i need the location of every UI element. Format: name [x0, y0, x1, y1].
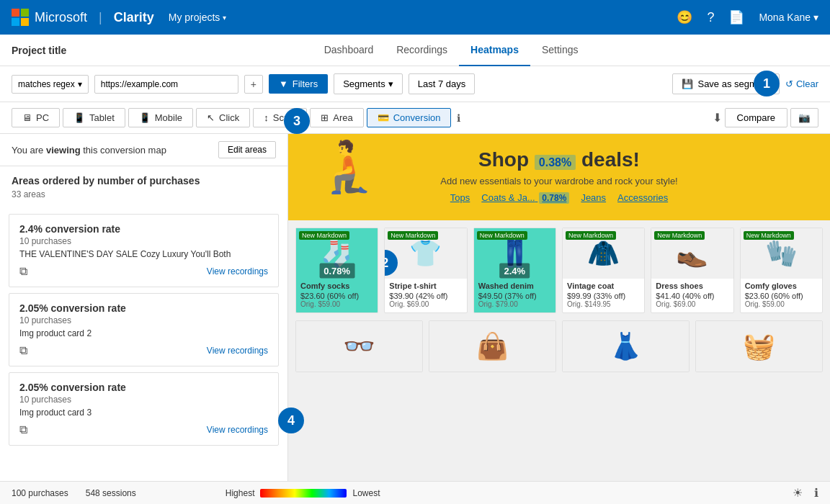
lowest-label: Lowest: [352, 488, 380, 498]
tablet-icon: 📱: [73, 112, 85, 123]
nav-divider: |: [99, 10, 102, 25]
regex-label: matches regex: [18, 79, 75, 89]
download-button[interactable]: ⬇: [713, 111, 722, 125]
product-card-gloves[interactable]: 🧤 New Markdown Comfy gloves $23.60 (60% …: [740, 228, 823, 313]
type-conversion-button[interactable]: 💳 Conversion: [367, 108, 452, 127]
date-filter-button[interactable]: Last 7 days: [409, 73, 476, 94]
banner-link-tops[interactable]: Tops: [450, 192, 470, 203]
product-name-denim: Washed denim: [478, 282, 551, 290]
type-mobile-button[interactable]: 📱 Mobile: [128, 108, 193, 127]
viewing-bar: You are viewing this conversion map Edit…: [0, 134, 287, 166]
copy-icon-2[interactable]: ⧉: [19, 344, 27, 357]
product-card-denim[interactable]: 👖 New Markdown Washed denim $49.50 (37% …: [473, 228, 556, 313]
product-price-tshirt: $39.90 (42% off): [389, 292, 462, 300]
click-icon: ↖: [207, 112, 215, 123]
type-tablet-button[interactable]: 📱 Tablet: [63, 108, 125, 127]
view-recordings-link-2[interactable]: View recordings: [207, 346, 268, 356]
product-orig-gloves: Orig. $59.00: [745, 300, 818, 308]
product-info-shoes: Dress shoes $41.40 (40% off) Orig. $69.0…: [651, 279, 733, 312]
mobile-label: Mobile: [155, 112, 182, 123]
banner-link-accessories[interactable]: Accessories: [617, 192, 668, 203]
segments-button[interactable]: Segments ▾: [334, 73, 403, 94]
product-card-glasses[interactable]: 👓: [295, 320, 423, 372]
copy-icon-3[interactable]: ⧉: [19, 423, 27, 436]
tab-settings[interactable]: Settings: [530, 35, 590, 66]
filters-button[interactable]: ▼ Filters: [269, 74, 328, 94]
sidebar-header: Areas ordered by number of purchases: [0, 166, 287, 189]
product-card-coat[interactable]: 🧥 New Markdown Vintage coat $99.99 (33% …: [562, 228, 645, 313]
view-recordings-link-3[interactable]: View recordings: [207, 425, 268, 435]
regex-chevron-icon: ▾: [78, 79, 82, 89]
product-card-shoes[interactable]: 👞 New Markdown Dress shoes $41.40 (40% o…: [651, 228, 733, 313]
banner-title: Shop 0.38% deals!: [478, 148, 640, 171]
area-desc-3: Img product card 3: [19, 408, 268, 418]
product-card-bag[interactable]: 👜: [429, 320, 556, 372]
tab-heatmaps[interactable]: Heatmaps: [459, 35, 530, 66]
banner-link-jeans[interactable]: Jeans: [581, 192, 606, 203]
product-info-coat: Vintage coat $99.99 (33% off) Orig. $149…: [563, 279, 644, 312]
copy-icon-1[interactable]: ⧉: [19, 265, 27, 278]
secondary-navigation: Project title Dashboard Recordings Heatm…: [0, 35, 830, 66]
product-card-dress[interactable]: 👗: [562, 320, 690, 372]
compare-button[interactable]: Compare: [725, 108, 787, 127]
area-desc-2: Img product card 2: [19, 328, 268, 338]
segments-chevron-icon: ▾: [388, 78, 393, 89]
area-purchases-2: 10 purchases: [19, 315, 268, 325]
banner-illustration: 🧎: [317, 141, 380, 192]
product-img-basket: 🧺: [696, 321, 822, 372]
info-circle-icon[interactable]: ℹ: [814, 486, 818, 500]
banner: 🧎 Shop 0.38% deals! Add new essentials t…: [288, 134, 830, 220]
product-name-socks: Comfy socks: [300, 282, 373, 290]
url-input[interactable]: [94, 75, 238, 94]
product-card-socks[interactable]: 🧦 New Markdown Comfy socks $23.60 (60% o…: [295, 228, 378, 313]
clear-label: Clear: [796, 78, 818, 89]
emoji-icon[interactable]: 😊: [677, 9, 692, 25]
product-card-basket[interactable]: 🧺: [695, 320, 823, 372]
product-price-shoes: $41.40 (40% off): [656, 292, 728, 300]
edit-areas-button[interactable]: Edit areas: [218, 141, 276, 158]
top-navigation: Microsoft | Clarity My projects ▾ 😊 ? 📄 …: [0, 0, 830, 35]
product-badge-gloves: New Markdown: [744, 231, 794, 240]
type-pc-button[interactable]: 🖥 PC: [12, 108, 60, 127]
banner-link-coats[interactable]: Coats & Ja... 0.78%: [481, 192, 569, 203]
type-area-button[interactable]: ⊞ Area: [310, 108, 363, 127]
product-overlay-socks: 0.78%: [319, 263, 354, 278]
product-img-glasses: 👓: [296, 321, 422, 372]
help-icon[interactable]: ?: [707, 10, 714, 25]
sun-icon[interactable]: ☀: [793, 486, 803, 500]
main-content: You are viewing this conversion map Edit…: [0, 134, 830, 485]
product-orig-shoes: Orig. $69.00: [656, 300, 728, 308]
tab-recordings[interactable]: Recordings: [385, 35, 459, 66]
filters-label: Filters: [293, 78, 318, 89]
heatmap-panel: 🧎 Shop 0.38% deals! Add new essentials t…: [288, 134, 830, 485]
product-name-shoes: Dress shoes: [656, 282, 728, 290]
product-overlay-denim: 2.4%: [500, 263, 530, 278]
tab-dashboard[interactable]: Dashboard: [313, 35, 385, 66]
document-icon[interactable]: 📄: [728, 9, 744, 25]
area-rate-2: 2.05% conversion rate: [19, 302, 268, 314]
camera-button[interactable]: 📷: [790, 108, 818, 127]
nav-icons: 😊 ? 📄 Mona Kane ▾: [677, 9, 818, 25]
info-icon[interactable]: ℹ: [457, 112, 460, 124]
area-label: Area: [333, 112, 352, 123]
user-menu[interactable]: Mona Kane ▾: [759, 12, 818, 23]
add-url-button[interactable]: +: [244, 75, 263, 94]
area-card-2: 2.05% conversion rate 10 purchases Img p…: [9, 293, 279, 366]
legend-gradient: [260, 489, 347, 498]
sessions-stat: 548 sessions: [86, 488, 136, 498]
area-footer-1: ⧉ View recordings: [19, 265, 268, 278]
heatmap-legend: Highest Lowest: [226, 488, 380, 498]
product-badge-socks: New Markdown: [299, 231, 349, 240]
regex-select[interactable]: matches regex ▾: [12, 75, 89, 94]
user-name: Mona Kane: [759, 12, 811, 23]
clear-button[interactable]: ↺ Clear: [785, 78, 818, 89]
my-projects-nav[interactable]: My projects ▾: [169, 12, 227, 23]
product-price-coat: $99.99 (33% off): [567, 292, 640, 300]
product-grid-row1: 🧦 New Markdown Comfy socks $23.60 (60% o…: [288, 220, 830, 320]
sidebar-subheader: 33 areas: [0, 189, 287, 208]
product-info-gloves: Comfy gloves $23.60 (60% off) Orig. $59.…: [741, 279, 822, 312]
view-recordings-link-1[interactable]: View recordings: [207, 266, 268, 276]
type-click-button[interactable]: ↖ Click: [196, 108, 250, 127]
save-icon: 💾: [682, 78, 693, 89]
product-card-tshirt[interactable]: 👕 New Markdown Stripe t-shirt $39.90 (42…: [384, 228, 467, 313]
